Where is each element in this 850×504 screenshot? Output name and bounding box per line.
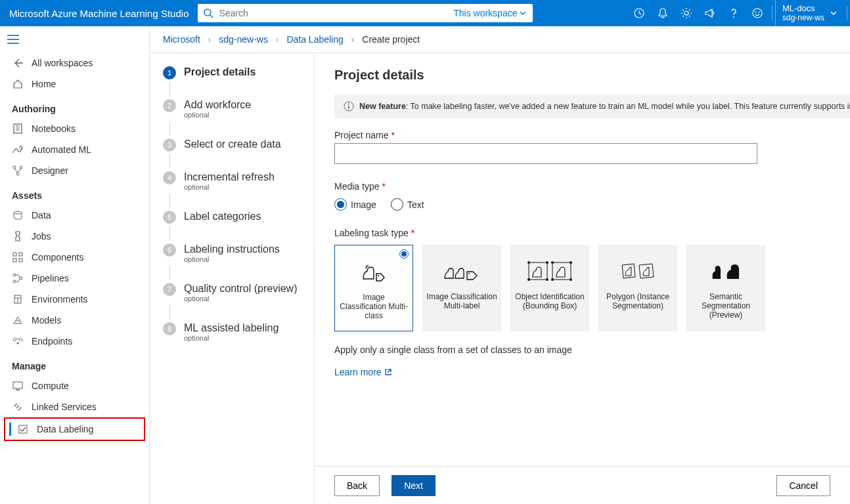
breadcrumb-link[interactable]: Microsoft xyxy=(163,34,200,45)
account-workspace: sdg-new-ws xyxy=(782,13,824,22)
nav-label: Jobs xyxy=(32,231,51,242)
svg-point-45 xyxy=(551,278,554,281)
nav-label: Models xyxy=(32,315,61,326)
step-connector xyxy=(169,82,170,96)
media-type-radios: Image Text xyxy=(334,198,850,211)
step-optional: optional xyxy=(184,334,279,342)
nav-label: Environments xyxy=(32,294,88,304)
search-input[interactable] xyxy=(219,5,447,22)
svg-point-6 xyxy=(755,12,756,13)
nav-notebooks[interactable]: Notebooks xyxy=(0,118,149,139)
svg-point-15 xyxy=(16,173,19,175)
data-icon xyxy=(12,211,24,220)
nav-home[interactable]: Home xyxy=(0,74,149,94)
next-button[interactable]: Next xyxy=(391,475,436,496)
svg-point-21 xyxy=(13,274,16,276)
nav-data[interactable]: Data xyxy=(0,205,149,226)
radio-text[interactable]: Text xyxy=(391,198,424,211)
task-semantic-segmentation[interactable]: Semantic Segmentation (Preview) xyxy=(686,245,765,331)
nav-automl[interactable]: Automated ML xyxy=(0,139,149,160)
task-image-classification-multilabel[interactable]: Image Classification Multi-label xyxy=(422,245,501,331)
chevron-right-icon: › xyxy=(276,34,279,45)
step-optional: optional xyxy=(184,111,251,119)
nav-all-workspaces[interactable]: All workspaces xyxy=(0,52,149,74)
svg-point-41 xyxy=(546,278,548,281)
nav-models[interactable]: Models xyxy=(0,310,149,331)
svg-point-46 xyxy=(570,278,572,281)
project-name-input[interactable] xyxy=(334,143,757,164)
nav-label: Pipelines xyxy=(32,273,69,284)
task-image-classification-multiclass[interactable]: Image Classification Multi-class xyxy=(334,245,413,331)
nav-section-assets: Assets xyxy=(0,181,149,205)
page-title: Project details xyxy=(334,68,850,83)
step-label-categories[interactable]: 5 Label categories xyxy=(163,211,307,224)
step-label: Incremental refresh xyxy=(184,171,275,183)
megaphone-icon[interactable] xyxy=(698,0,722,26)
clock-icon[interactable] xyxy=(627,0,651,26)
task-object-identification[interactable]: Object Identification (Bounding Box) xyxy=(510,245,589,331)
nav-environments[interactable]: Environments xyxy=(0,289,149,310)
home-icon xyxy=(12,79,24,89)
nav-compute[interactable]: Compute xyxy=(0,375,149,396)
back-button[interactable]: Back xyxy=(334,475,380,496)
account-switcher[interactable]: ML-docs sdg-new-ws xyxy=(775,0,844,26)
svg-point-3 xyxy=(684,11,688,15)
step-connector xyxy=(169,266,170,280)
step-connector xyxy=(169,226,170,241)
nav-data-labeling[interactable]: Data Labeling xyxy=(5,419,144,440)
svg-point-5 xyxy=(753,9,762,18)
step-incremental-refresh[interactable]: 4 Incremental refreshoptional xyxy=(163,171,307,191)
search-scope-dropdown[interactable]: This workspace xyxy=(447,8,533,18)
step-ml-assisted[interactable]: 8 ML assisted labelingoptional xyxy=(163,322,307,342)
task-type-label: Labeling task type * xyxy=(334,228,850,238)
learn-more-label: Learn more xyxy=(334,367,382,377)
hamburger-button[interactable] xyxy=(0,26,26,52)
nav-components[interactable]: Components xyxy=(0,247,149,268)
chevron-right-icon: › xyxy=(351,34,355,45)
pipelines-icon xyxy=(12,273,24,284)
search-box[interactable]: This workspace xyxy=(198,4,533,22)
nav-linked-services[interactable]: Linked Services xyxy=(0,396,149,417)
nav-designer[interactable]: Designer xyxy=(0,160,149,181)
feedback-icon[interactable] xyxy=(746,0,769,26)
step-project-details[interactable]: 1 Project details xyxy=(163,66,307,79)
svg-point-22 xyxy=(20,277,22,280)
jobs-icon xyxy=(12,231,24,242)
radio-image[interactable]: Image xyxy=(334,198,376,211)
radio-circle xyxy=(334,198,347,211)
step-optional: optional xyxy=(184,183,275,191)
gear-icon[interactable] xyxy=(675,0,698,26)
svg-rect-18 xyxy=(19,253,22,256)
help-icon[interactable] xyxy=(722,0,746,26)
nav-endpoints[interactable]: Endpoints xyxy=(0,331,149,352)
step-labeling-instructions[interactable]: 6 Labeling instructionsoptional xyxy=(163,243,307,263)
svg-point-16 xyxy=(14,211,22,214)
nav-label: Linked Services xyxy=(32,402,97,412)
task-polygon-segmentation[interactable]: Polygon (Instance Segmentation) xyxy=(598,245,677,331)
chevron-down-icon xyxy=(520,10,526,16)
svg-point-43 xyxy=(551,261,554,264)
step-quality-control[interactable]: 7 Quality control (preview)optional xyxy=(163,283,307,303)
svg-rect-19 xyxy=(13,259,16,262)
nav-pipelines[interactable]: Pipelines xyxy=(0,268,149,289)
silhouette-icon xyxy=(707,257,744,285)
step-number: 7 xyxy=(163,283,176,296)
nav-label: Data Labeling xyxy=(37,424,93,434)
nav-jobs[interactable]: Jobs xyxy=(0,226,149,247)
step-number: 8 xyxy=(163,322,176,335)
step-optional: optional xyxy=(184,295,298,303)
nav-section-authoring: Authoring xyxy=(0,94,149,118)
breadcrumb-link[interactable]: Data Labeling xyxy=(286,34,343,45)
nav-label: Designer xyxy=(32,165,68,176)
cancel-button[interactable]: Cancel xyxy=(776,475,830,496)
learn-more-link[interactable]: Learn more xyxy=(334,367,850,377)
task-label: Object Identification (Bounding Box) xyxy=(514,292,585,310)
bell-icon[interactable] xyxy=(651,0,675,26)
highlight-box: Data Labeling xyxy=(4,417,145,441)
step-select-data[interactable]: 3 Select or create data xyxy=(163,138,307,152)
step-add-workforce[interactable]: 2 Add workforceoptional xyxy=(163,99,307,119)
nav-label: Data xyxy=(32,210,51,220)
info-icon xyxy=(344,101,354,112)
task-label: Image Classification Multi-class xyxy=(339,293,409,320)
breadcrumb-link[interactable]: sdg-new-ws xyxy=(219,34,268,45)
